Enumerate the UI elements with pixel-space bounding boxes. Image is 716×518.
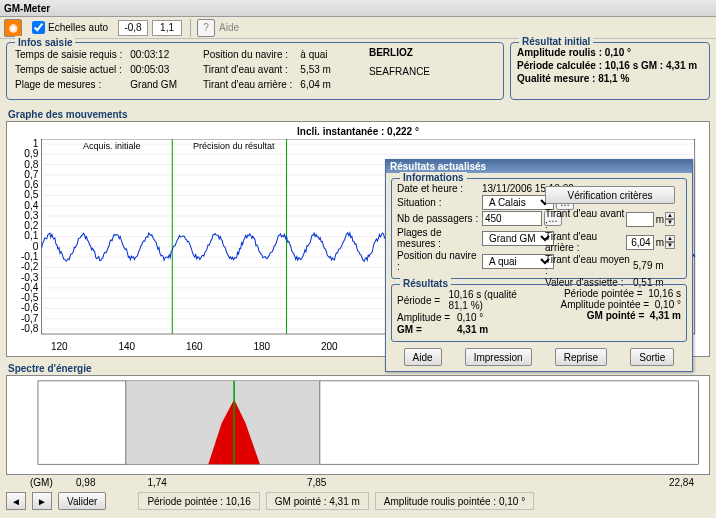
- chart-panel: Incli. instantanée : 0,222 ° 10,90,80,70…: [6, 121, 710, 357]
- aide-label: Aide: [219, 22, 239, 33]
- reprise-button[interactable]: Reprise: [555, 348, 607, 366]
- window-title: GM-Meter: [0, 0, 716, 17]
- svg-text:0,2: 0,2: [24, 220, 39, 231]
- acq-label: Acquis. initiale: [83, 141, 141, 151]
- stat-periode: Période pointée : 10,16: [138, 492, 259, 510]
- svg-text:-0,4: -0,4: [21, 282, 39, 293]
- echelles-label: Echelles auto: [48, 22, 108, 33]
- svg-text:0,8: 0,8: [24, 159, 39, 170]
- svg-text:-0,8: -0,8: [21, 323, 39, 334]
- ymin-field[interactable]: -0,8: [118, 20, 148, 36]
- svg-text:0,7: 0,7: [24, 169, 39, 180]
- svg-text:0,4: 0,4: [24, 200, 39, 211]
- chart-area: 10,90,80,70,60,50,40,30,20,10-0,1-0,2-0,…: [11, 139, 705, 339]
- aide-button[interactable]: Aide: [404, 348, 442, 366]
- svg-text:0,5: 0,5: [24, 189, 39, 200]
- position-select[interactable]: A quai: [482, 254, 554, 269]
- infos-pane: Infos saisie Temps de saisie requis :00:…: [6, 42, 504, 100]
- svg-text:0: 0: [33, 241, 39, 252]
- valider-button[interactable]: Valider: [58, 492, 106, 510]
- bottom-bar: ◄ ► Valider Période pointée : 10,16 GM p…: [0, 488, 716, 514]
- plage-select[interactable]: Grand GM: [482, 231, 554, 246]
- prec-label: Précision du résultat: [193, 141, 275, 151]
- sortie-button[interactable]: Sortie: [630, 348, 674, 366]
- company-name: SEAFRANCE: [369, 65, 430, 78]
- svg-text:0,1: 0,1: [24, 231, 39, 242]
- svg-text:-0,3: -0,3: [21, 272, 39, 283]
- svg-text:-0,6: -0,6: [21, 303, 39, 314]
- stat-amplitude: Amplitude roulis pointée : 0,10 °: [375, 492, 534, 510]
- svg-text:-0,5: -0,5: [21, 292, 39, 303]
- echelles-checkbox[interactable]: [32, 21, 45, 34]
- record-button[interactable]: ◉: [4, 19, 22, 37]
- initial-legend: Résultat initial: [519, 36, 593, 47]
- aide-icon[interactable]: ?: [197, 19, 215, 37]
- gm-axis-label: (GM): [30, 477, 48, 488]
- next-button[interactable]: ►: [32, 492, 52, 510]
- infos-legend: Infos saisie: [15, 36, 75, 49]
- impression-button[interactable]: Impression: [465, 348, 532, 366]
- chart-title: Incli. instantanée : 0,222 °: [11, 126, 705, 137]
- ship-name: BERLIOZ: [369, 46, 430, 59]
- spectrum-panel: [6, 375, 710, 475]
- results-dialog: Résultats actualisés Informations Date e…: [385, 159, 693, 372]
- svg-text:0,3: 0,3: [24, 210, 39, 221]
- tar-stepper[interactable]: ▲▼: [665, 235, 675, 249]
- toolbar: ◉ Echelles auto -0,8 1,1 ? Aide: [0, 17, 716, 39]
- initial-pane: Résultat initial Amplitude roulis : 0,10…: [510, 42, 710, 100]
- prev-button[interactable]: ◄: [6, 492, 26, 510]
- ymax-field[interactable]: 1,1: [152, 20, 182, 36]
- svg-text:0,9: 0,9: [24, 148, 39, 159]
- stat-gm: GM pointé : 4,31 m: [266, 492, 369, 510]
- svg-text:-0,1: -0,1: [21, 251, 39, 262]
- tar-input[interactable]: [626, 235, 654, 250]
- svg-text:-0,2: -0,2: [21, 261, 39, 272]
- passengers-input[interactable]: [482, 211, 542, 226]
- situation-select[interactable]: A Calais: [482, 195, 554, 210]
- svg-text:-0,7: -0,7: [21, 313, 39, 324]
- tav-input[interactable]: [626, 212, 654, 227]
- verif-button[interactable]: Vérification critères: [545, 186, 675, 204]
- svg-text:0,6: 0,6: [24, 179, 39, 190]
- graphe-title: Graphe des mouvements: [8, 109, 708, 120]
- tav-stepper[interactable]: ▲▼: [665, 212, 675, 226]
